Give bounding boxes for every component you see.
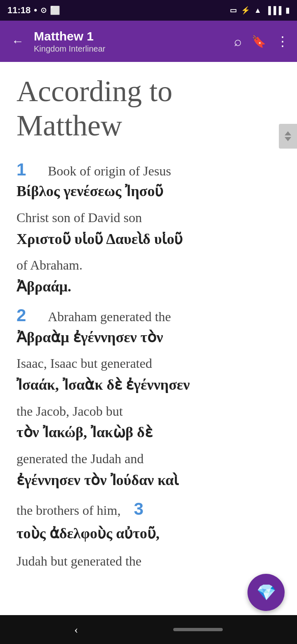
scroll-indicator[interactable] xyxy=(279,124,297,149)
verse-2-greek-4: ἐγέννησεν τὸν Ἰούδαν καὶ xyxy=(16,470,280,490)
verse-2-greek-1: Ἀβραὰμ ἐγέννησεν τὸν xyxy=(16,327,280,348)
wifi-icon: ▲ xyxy=(254,6,262,15)
verse-2-english-3: the Jacob, Jacob but xyxy=(16,402,280,421)
verse-2-greek-3: τὸν Ἰακώβ, Ἰακὼβ δὲ xyxy=(16,422,280,443)
fab-button[interactable]: 💎 xyxy=(248,574,285,611)
verse-3-block: Judah but generated the xyxy=(16,552,280,571)
system-back-button[interactable]: ‹ xyxy=(74,623,78,636)
verse-1-english-2: Christ son of David son xyxy=(16,208,280,227)
fab-diamond-icon: 💎 xyxy=(257,583,276,601)
app-bar: ← Matthew 1 Kingdom Interlinear ⌕ 🔖 ⋮ xyxy=(0,21,297,62)
chapter-title-header: Matthew 1 xyxy=(34,29,227,43)
verse-2-greek-2: Ἰσαάκ, Ἰσαὰκ δὲ ἐγέννησεν xyxy=(16,374,280,395)
verse-1-greek-1: Βίβλος γενέσεως Ἰησοῦ xyxy=(16,181,280,201)
bookmark-icon[interactable]: 🔖 xyxy=(252,35,266,48)
verse-3-english-1: Judah but generated the xyxy=(16,552,280,571)
chapter-heading: According to Matthew xyxy=(16,74,280,143)
verse-1-number: 1 xyxy=(16,159,41,180)
battery-icon: ▮ xyxy=(285,6,290,15)
bottom-nav: ‹ xyxy=(0,615,297,644)
home-pill[interactable] xyxy=(173,628,223,631)
content-wrapper: According to Matthew 1 Book of origin of… xyxy=(0,62,297,587)
app-bar-titles: Matthew 1 Kingdom Interlinear xyxy=(34,29,227,54)
verse-2-english-4: generated the Judah and xyxy=(16,450,280,468)
verse-2-greek-5: τοὺς ἀδελφοὺς αὐτοῦ, xyxy=(16,523,280,544)
scroll-up-arrow[interactable] xyxy=(285,131,291,135)
main-content: According to Matthew 1 Book of origin of… xyxy=(0,62,297,587)
screen-record-icon: ⬜ xyxy=(50,5,60,15)
translation-name: Kingdom Interlinear xyxy=(34,44,227,54)
dot-icon: • xyxy=(34,5,37,16)
search-icon[interactable]: ⌕ xyxy=(234,34,242,49)
status-bar: 11:18 • ⊙ ⬜ ▭ ⚡ ▲ ▐▐▐ ▮ xyxy=(0,0,297,21)
verse-1-block: 1 Book of origin of Jesus Βίβλος γενέσεω… xyxy=(16,159,280,297)
status-left: 11:18 • ⊙ ⬜ xyxy=(7,5,60,16)
verse-3-number-inline: 3 xyxy=(134,499,143,519)
time-display: 11:18 xyxy=(7,5,31,16)
app-bar-actions: ⌕ 🔖 ⋮ xyxy=(234,33,289,49)
verse-2-block: 2 Abraham generated the Ἀβραὰμ ἐγέννησεν… xyxy=(16,305,280,544)
verse-1-greek-2: Χριστοῦ υἱοῦ Δαυεὶδ υἱοῦ xyxy=(16,229,280,249)
verse-2-number: 2 xyxy=(16,305,41,326)
verse-2-english-2: Isaac, Isaac but generated xyxy=(16,354,280,373)
verse-2-english-5: the brothers of him, 3 xyxy=(16,497,280,521)
cast-icon: ▭ xyxy=(230,6,237,15)
bluetooth-icon: ⚡ xyxy=(241,6,250,15)
verse-1-english-3: of Abraham. xyxy=(16,256,280,275)
scroll-down-arrow[interactable] xyxy=(285,137,291,141)
back-button[interactable]: ← xyxy=(8,31,27,52)
verse-1-english-1: Book of origin of Jesus xyxy=(48,162,280,180)
status-right: ▭ ⚡ ▲ ▐▐▐ ▮ xyxy=(230,6,290,15)
signal-icon: ▐▐▐ xyxy=(266,6,281,15)
verse-1-greek-3: Ἀβραάμ. xyxy=(16,276,280,297)
circle-icon: ⊙ xyxy=(40,6,47,15)
more-options-icon[interactable]: ⋮ xyxy=(276,33,289,49)
verse-2-english-1: Abraham generated the xyxy=(48,308,280,326)
